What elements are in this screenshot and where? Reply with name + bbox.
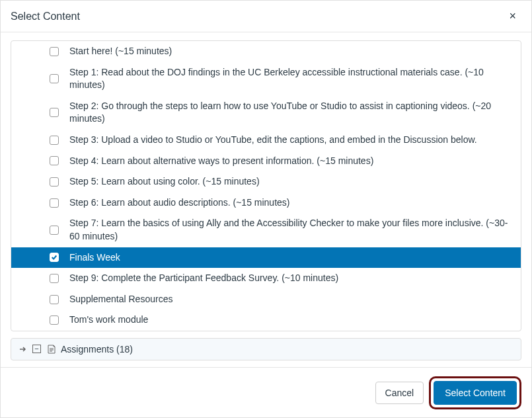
item-label: Finals Week — [69, 251, 120, 265]
item-label: Step 6: Learn about audio descriptions. … — [69, 196, 289, 210]
modal-title: Select Content — [11, 11, 80, 22]
list-item[interactable]: Step 9: Complete the Participant Feedbac… — [11, 268, 521, 289]
checkbox[interactable] — [50, 198, 59, 208]
list-item[interactable]: Step 7: Learn the basics of using Ally a… — [11, 213, 521, 247]
checkbox[interactable] — [50, 74, 59, 83]
item-label: Step 4: Learn about alternative ways to … — [69, 155, 373, 168]
module-items-box: Start here! (~15 minutes)Step 1: Read ab… — [11, 40, 521, 331]
modal-body: Start here! (~15 minutes)Step 1: Read ab… — [1, 32, 531, 368]
assignments-label: Assignments (18) — [61, 344, 133, 355]
checkbox[interactable] — [50, 177, 59, 187]
item-label: Step 7: Learn the basics of using Ally a… — [69, 217, 514, 243]
item-label: Start here! (~15 minutes) — [69, 45, 172, 58]
select-content-highlight: Select Content — [429, 376, 521, 409]
assignments-icon — [46, 344, 57, 355]
checkbox[interactable] — [50, 108, 59, 117]
collapse-icon[interactable]: − — [32, 345, 41, 353]
list-item[interactable]: Start here! (~15 minutes) — [11, 41, 521, 62]
item-label: Step 2: Go through the steps to learn ho… — [69, 100, 514, 126]
arrow-right-icon — [18, 344, 28, 355]
checkbox[interactable] — [50, 274, 59, 283]
list-item[interactable]: Step 2: Go through the steps to learn ho… — [11, 96, 521, 130]
checkbox[interactable] — [50, 156, 59, 165]
checkbox[interactable] — [50, 47, 59, 56]
item-label: Tom's work module — [69, 314, 148, 327]
item-label: Step 3: Upload a video to Studio or YouT… — [69, 134, 477, 147]
close-button[interactable]: × — [504, 7, 521, 26]
item-label: Step 1: Read about the DOJ findings in t… — [69, 66, 514, 92]
list-item[interactable]: Step 3: Upload a video to Studio or YouT… — [11, 130, 521, 151]
modal-footer: Cancel Select Content — [1, 367, 531, 417]
list-item[interactable]: Finals Week — [11, 247, 521, 269]
checkbox[interactable] — [50, 226, 59, 235]
list-item[interactable]: Step 6: Learn about audio descriptions. … — [11, 192, 521, 214]
list-item[interactable]: Step 5: Learn about using color. (~15 mi… — [11, 171, 521, 192]
item-label: Supplemental Resources — [69, 293, 172, 306]
list-item[interactable]: Step 4: Learn about alternative ways to … — [11, 151, 521, 172]
checkbox[interactable] — [50, 315, 59, 325]
checkbox[interactable] — [50, 253, 59, 262]
item-label: Step 5: Learn about using color. (~15 mi… — [69, 175, 260, 188]
checkbox[interactable] — [50, 136, 59, 145]
list-item[interactable]: Tom's work module — [11, 310, 521, 331]
checkbox[interactable] — [50, 295, 59, 304]
cancel-button[interactable]: Cancel — [375, 382, 424, 404]
assignments-group-header[interactable]: − Assignments (18) — [11, 338, 521, 360]
select-content-button[interactable]: Select Content — [434, 381, 517, 405]
list-item[interactable]: Step 1: Read about the DOJ findings in t… — [11, 62, 521, 96]
list-item[interactable]: Supplemental Resources — [11, 289, 521, 310]
item-label: Step 9: Complete the Participant Feedbac… — [69, 272, 338, 285]
modal-header: Select Content × — [1, 1, 531, 32]
